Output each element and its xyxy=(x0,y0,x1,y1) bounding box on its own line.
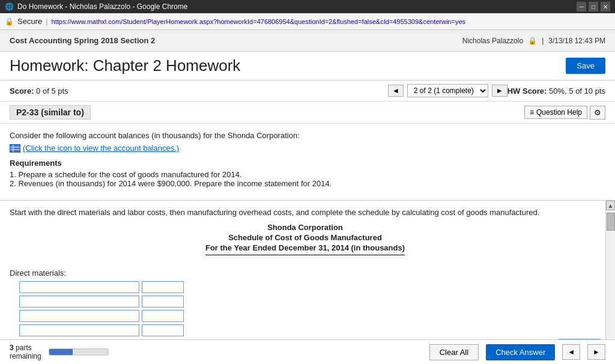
account-balances-link[interactable]: (Click the icon to view the account bala… xyxy=(10,144,179,153)
dm-input-3a[interactable] xyxy=(19,310,139,322)
separator: | xyxy=(542,37,544,45)
question-help-button[interactable]: ≡ Question Help xyxy=(524,106,587,119)
remaining-label: remaining xyxy=(10,352,41,360)
scrollbar-up-button[interactable]: ▲ xyxy=(606,201,615,210)
bottom-bar: 3 parts remaining Clear All Check Answer… xyxy=(0,339,615,364)
browser-icon: 🌐 xyxy=(5,2,14,11)
help-label: Question Help xyxy=(536,108,582,117)
bottom-next-button[interactable]: ► xyxy=(587,344,605,360)
lock-icon: 🔒 xyxy=(5,17,14,26)
hw-score-label: HW Score: xyxy=(507,86,547,96)
title-bar-left: 🌐 Do Homework - Nicholas Palazzolo - Goo… xyxy=(5,2,187,11)
table-icon xyxy=(10,144,20,153)
next-question-button[interactable]: ► xyxy=(492,85,507,97)
question-select[interactable]: 2 of 2 (1 complete) xyxy=(407,84,488,97)
hw-score-value: 50%, 5 of 10 pts xyxy=(549,86,605,96)
work-area-inner: Start with the direct materials and labo… xyxy=(0,201,615,350)
requirement-1: 1. Prepare a schedule for the cost of go… xyxy=(10,170,605,179)
prev-question-button[interactable]: ◄ xyxy=(388,85,404,97)
requirements-section: Requirements 1. Prepare a schedule for t… xyxy=(10,159,605,188)
dm-input-4b[interactable] xyxy=(142,324,184,336)
check-answer-button[interactable]: Check Answer xyxy=(486,344,555,360)
question-tools[interactable]: ≡ Question Help ⚙ xyxy=(524,106,605,120)
scrollbar-thumb[interactable] xyxy=(607,213,615,231)
window-title: Do Homework - Nicholas Palazzolo - Googl… xyxy=(17,2,187,11)
question-navigator[interactable]: ◄ 2 of 2 (1 complete) ► xyxy=(388,84,507,97)
dm-input-1a[interactable] xyxy=(19,281,139,293)
list-icon: ≡ xyxy=(530,108,534,117)
clear-all-button[interactable]: Clear All xyxy=(429,344,479,360)
dm-input-1b[interactable] xyxy=(142,281,184,293)
parts-remaining: 3 parts remaining xyxy=(10,344,41,360)
score-bar: Score: 0 of 5 pts ◄ 2 of 2 (1 complete) … xyxy=(0,80,615,102)
date-title: For the Year Ended December 31, 2014 (in… xyxy=(205,243,405,255)
score-label: Score: xyxy=(10,86,34,96)
dm-row-4 xyxy=(19,324,601,336)
course-title: Cost Accounting Spring 2018 Section 2 xyxy=(10,36,155,45)
progress-bar xyxy=(49,348,109,356)
parts-count: 3 parts xyxy=(10,344,41,352)
svg-rect-0 xyxy=(10,145,20,152)
score-value: 0 of 5 pts xyxy=(36,86,68,96)
dm-input-3b[interactable] xyxy=(142,310,184,322)
url-bar[interactable]: https://www.mathxl.com/Student/PlayerHom… xyxy=(52,18,465,25)
dm-input-2b[interactable] xyxy=(142,296,184,308)
secure-label: Secure xyxy=(17,17,42,26)
dm-row-2 xyxy=(19,296,601,308)
maximize-button[interactable]: □ xyxy=(589,2,598,11)
settings-button[interactable]: ⚙ xyxy=(590,106,605,120)
schedule-title: Schedule of Cost of Goods Manufactured xyxy=(10,233,601,242)
bottom-prev-button[interactable]: ◄ xyxy=(562,344,580,360)
score-display: Score: 0 of 5 pts xyxy=(10,86,388,96)
user-name: Nicholas Palazzolo xyxy=(462,37,523,45)
title-bar-controls[interactable]: ─ □ ✕ xyxy=(577,2,610,11)
save-button[interactable]: Save xyxy=(566,58,605,74)
page-title: Homework: Chapter 2 Homework xyxy=(10,56,566,75)
direction-text: Start with the direct materials and labo… xyxy=(10,208,601,217)
user-info: Nicholas Palazzolo 🔒 | 3/13/18 12:43 PM xyxy=(462,37,605,45)
title-bar: 🌐 Do Homework - Nicholas Palazzolo - Goo… xyxy=(0,0,615,13)
question-header: P2-33 (similar to) ≡ Question Help ⚙ xyxy=(0,102,615,124)
problem-description: Consider the following account balances … xyxy=(10,131,605,140)
icon-link-label: (Click the icon to view the account bala… xyxy=(23,144,179,153)
schedule-header: Shonda Corporation Schedule of Cost of G… xyxy=(10,223,601,261)
dm-row-1 xyxy=(19,281,601,293)
address-bar: 🔒 Secure | https://www.mathxl.com/Studen… xyxy=(0,13,615,30)
question-id: P2-33 (similar to) xyxy=(10,105,91,120)
requirement-2: 2. Revenues (in thousands) for 2014 were… xyxy=(10,179,605,188)
dm-row-3 xyxy=(19,310,601,322)
parts-number: 3 xyxy=(10,344,14,352)
parts-label: parts xyxy=(16,344,32,352)
progress-bar-fill xyxy=(49,349,73,355)
minimize-button[interactable]: ─ xyxy=(577,2,586,11)
dm-input-2a[interactable] xyxy=(19,296,139,308)
app-header: Cost Accounting Spring 2018 Section 2 Ni… xyxy=(0,30,615,52)
close-button[interactable]: ✕ xyxy=(601,2,610,11)
work-area: Start with the direct materials and labo… xyxy=(0,200,615,350)
dm-input-4a[interactable] xyxy=(19,324,139,336)
main-content: Consider the following account balances … xyxy=(0,124,615,200)
hw-score-display: HW Score: 50%, 5 of 10 pts xyxy=(507,86,605,96)
page-title-bar: Homework: Chapter 2 Homework Save xyxy=(0,52,615,80)
direct-materials-label: Direct materials: xyxy=(10,268,601,278)
scrollbar-track[interactable]: ▲ ▼ xyxy=(605,201,615,350)
company-name: Shonda Corporation xyxy=(10,223,601,232)
user-lock-icon: 🔒 xyxy=(528,37,537,45)
datetime: 3/13/18 12:43 PM xyxy=(548,37,605,45)
requirements-title: Requirements xyxy=(10,159,605,168)
